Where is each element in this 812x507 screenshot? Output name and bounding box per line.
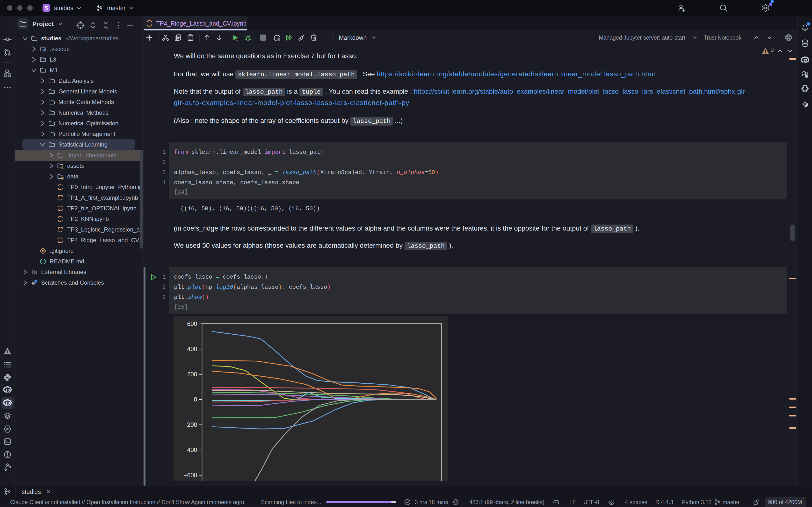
svg-text:200: 200	[187, 371, 197, 378]
svg-text:−600: −600	[184, 472, 197, 478]
svg-text:R: R	[6, 387, 10, 394]
svg-text:−400: −400	[184, 446, 197, 453]
svg-text:0: 0	[194, 396, 197, 403]
svg-text:−200: −200	[184, 421, 197, 428]
svg-text:R: R	[803, 57, 808, 65]
svg-text:400: 400	[187, 345, 197, 352]
svg-text:R: R	[6, 400, 10, 407]
svg-text:600: 600	[187, 320, 197, 327]
